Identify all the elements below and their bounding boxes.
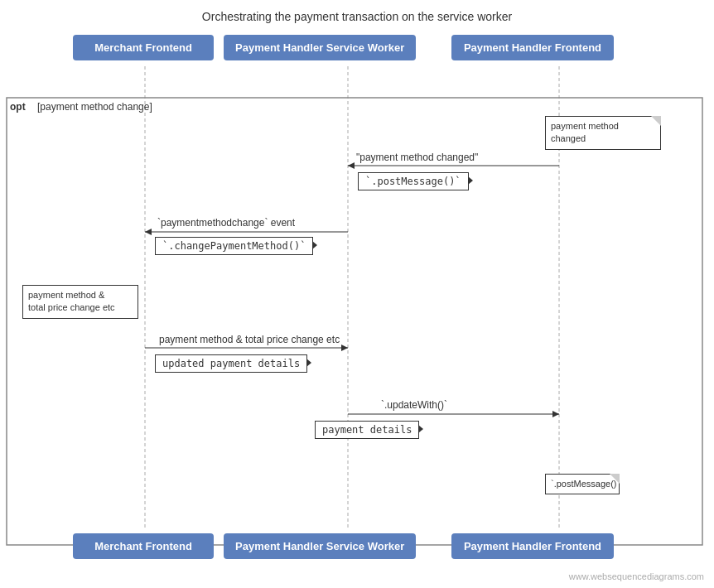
method-post-message-2: payment details <box>315 421 419 439</box>
opt-label: opt <box>10 101 26 113</box>
note-update-ui: `.postMessage()` <box>545 474 620 494</box>
note-payment-method-total: payment method &total price change etc <box>22 285 138 319</box>
arrow-label-updated-payment: payment method & total price change etc <box>159 334 340 345</box>
svg-marker-5 <box>348 162 355 169</box>
watermark: www.websequencediagrams.com <box>569 571 704 581</box>
method-change-payment: `.changePaymentMethod()` <box>155 237 313 255</box>
method-post-message-1: `.postMessage()` <box>358 172 469 190</box>
actor-merchant-bottom: Merchant Frontend <box>73 533 214 559</box>
svg-marker-9 <box>341 345 348 351</box>
diagram-container: Orchestrating the payment transaction on… <box>0 0 714 588</box>
opt-condition: [payment method change] <box>37 101 152 113</box>
method-update-with: updated payment details <box>155 354 307 373</box>
arrow-label-payment-details: `.updateWith()` <box>381 399 447 411</box>
arrow-label-paymentmethodchange: `paymentmethodchange` event <box>157 217 295 229</box>
actor-payment-handler-bottom: Payment Handler Frontend <box>451 533 614 559</box>
arrow-label-payment-method-changed: "payment method changed" <box>356 152 478 163</box>
svg-marker-11 <box>552 411 559 417</box>
note-payment-method-changed: payment method changed <box>545 116 661 150</box>
svg-marker-7 <box>145 229 152 235</box>
actor-service-worker-bottom: Payment Handler Service Worker <box>224 533 416 559</box>
